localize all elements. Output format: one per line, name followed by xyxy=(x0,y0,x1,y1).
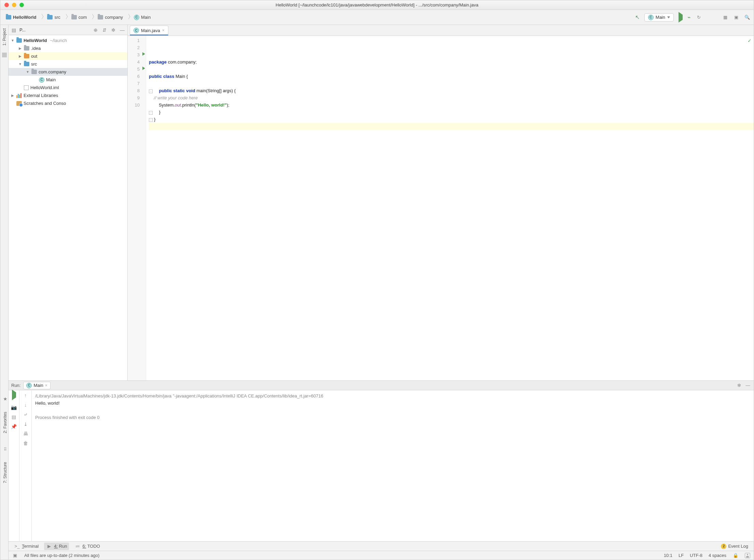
status-encoding[interactable]: UTF-8 xyxy=(690,553,702,558)
settings-icon[interactable]: ✼ xyxy=(110,27,116,33)
line-number[interactable]: 10 xyxy=(128,101,140,109)
clear-icon[interactable]: 🗑 xyxy=(23,440,29,446)
tree-row[interactable]: com.company xyxy=(9,68,127,76)
run-settings-icon[interactable]: ✼ xyxy=(736,382,742,389)
code-line[interactable]: −} xyxy=(149,116,754,123)
status-lock-icon[interactable]: 🔒 xyxy=(732,552,739,559)
left-tool-icon[interactable] xyxy=(2,53,7,57)
line-number[interactable]: 1 xyxy=(128,37,140,44)
breadcrumb-item[interactable]: CMain xyxy=(132,14,153,21)
breadcrumb-item[interactable]: company xyxy=(96,14,125,20)
code-line[interactable]: public class Main { xyxy=(149,73,754,80)
code-line[interactable]: − public static void main(String[] args)… xyxy=(149,87,754,94)
tree-arrow-icon[interactable] xyxy=(18,54,22,58)
tree-arrow-icon[interactable] xyxy=(26,70,30,74)
down-stack-icon[interactable]: ↓ xyxy=(23,402,29,408)
line-number[interactable]: 2 xyxy=(128,44,140,51)
tree-arrow-icon[interactable] xyxy=(18,62,22,66)
close-window-button[interactable] xyxy=(4,3,9,7)
search-everywhere-button[interactable]: 🔍 xyxy=(744,14,750,20)
breadcrumb-item[interactable]: com xyxy=(69,14,89,20)
status-caret-pos[interactable]: 10:1 xyxy=(664,553,672,558)
tree-arrow-icon[interactable] xyxy=(11,39,15,42)
editor-gutter[interactable]: 12345678910 xyxy=(128,36,146,380)
project-structure-button[interactable]: ▦ xyxy=(722,14,728,20)
bottom-tab[interactable]: >_Terminal xyxy=(12,543,41,550)
favorites-tool-button[interactable]: 2: Favorites xyxy=(3,412,8,433)
up-stack-icon[interactable]: ↑ xyxy=(23,392,29,398)
status-line-sep[interactable]: LF xyxy=(679,553,684,558)
code-line[interactable]: System.out.println("Hello, world!"); xyxy=(149,101,754,109)
bottom-tab[interactable]: ▶4: Run xyxy=(44,543,69,550)
coverage-button[interactable]: ↻ xyxy=(696,14,702,20)
tree-arrow-icon[interactable] xyxy=(11,94,15,97)
run-console-output[interactable]: /Library/Java/JavaVirtualMachines/jdk-13… xyxy=(32,390,754,541)
event-log-button[interactable]: 2 Event Log xyxy=(719,543,750,550)
tree-row[interactable]: .idea xyxy=(9,44,127,52)
debug-button[interactable]: ⌁ xyxy=(687,14,691,20)
fold-icon[interactable]: − xyxy=(149,118,153,122)
tree-row[interactable]: HelloWorld~/launch xyxy=(9,37,127,44)
tree-row[interactable]: Scratches and Conso xyxy=(9,99,127,107)
tree-row[interactable]: out xyxy=(9,52,127,60)
run-button[interactable] xyxy=(679,15,683,20)
dump-threads-icon[interactable]: 📷 xyxy=(11,404,17,410)
line-number[interactable]: 3 xyxy=(128,51,140,58)
code-line[interactable] xyxy=(149,80,754,87)
code-line[interactable] xyxy=(149,123,754,130)
breadcrumb-item[interactable]: src xyxy=(45,14,62,20)
fold-icon[interactable]: − xyxy=(149,111,153,115)
status-toggle-icon[interactable]: ▣ xyxy=(12,552,18,559)
line-number[interactable]: 6 xyxy=(128,73,140,80)
build-icon[interactable]: ↖ xyxy=(635,14,640,20)
inspector-profile-icon[interactable] xyxy=(745,553,750,558)
tool-window-button[interactable]: ▣ xyxy=(733,14,739,20)
tree-row[interactable]: CMain xyxy=(9,76,127,84)
tree-row[interactable]: src xyxy=(9,60,127,68)
code-line[interactable]: package com.company; xyxy=(149,58,754,66)
tree-row[interactable]: External Libraries xyxy=(9,92,127,99)
scroll-end-icon[interactable]: ⤓ xyxy=(23,421,29,427)
line-number[interactable]: 8 xyxy=(128,87,140,94)
line-number[interactable]: 5 xyxy=(128,66,140,73)
favorites-star-icon[interactable]: ★ xyxy=(3,396,8,402)
close-tab-icon[interactable]: × xyxy=(162,28,165,33)
hide-run-icon[interactable]: — xyxy=(745,382,751,389)
layout-icon[interactable]: ▤ xyxy=(11,414,17,420)
gutter-run-icon[interactable] xyxy=(142,52,145,56)
breadcrumb-item[interactable]: HelloWorld xyxy=(4,14,38,20)
run-tool-tab[interactable]: C Main × xyxy=(23,382,50,389)
rerun-button[interactable] xyxy=(12,392,16,397)
editor-code[interactable]: ✓ package com.company;public class Main … xyxy=(146,36,754,380)
line-number[interactable]: 9 xyxy=(128,94,140,101)
inspection-ok-icon[interactable]: ✓ xyxy=(748,37,752,44)
pin-icon[interactable]: 📌 xyxy=(11,423,17,430)
code-line[interactable]: − } xyxy=(149,109,754,116)
code-line[interactable] xyxy=(149,66,754,73)
close-run-tab-icon[interactable]: × xyxy=(45,383,47,388)
status-indent[interactable]: 4 spaces xyxy=(709,553,726,558)
project-tool-button[interactable]: 1: Project xyxy=(2,28,7,46)
project-view-icon[interactable]: ▤ xyxy=(11,27,17,33)
project-view-label[interactable]: P... xyxy=(19,27,90,32)
editor-tab[interactable]: C Main.java × xyxy=(130,26,168,36)
soft-wrap-icon[interactable]: ⤶ xyxy=(23,411,29,418)
structure-tool-button[interactable]: 7: Structure xyxy=(3,462,8,483)
minimize-window-button[interactable] xyxy=(12,3,16,7)
code-editor[interactable]: 12345678910 ✓ package com.company;public… xyxy=(128,36,754,380)
tree-row[interactable]: HelloWorld.iml xyxy=(9,84,127,92)
code-line[interactable]: // write your code here xyxy=(149,94,754,101)
structure-icon[interactable]: ⠿ xyxy=(4,447,7,452)
hide-panel-icon[interactable]: — xyxy=(119,27,125,33)
project-tree[interactable]: HelloWorld~/launch.ideaoutsrccom.company… xyxy=(9,35,127,380)
print-icon[interactable]: 🖶 xyxy=(23,431,29,437)
line-number[interactable]: 4 xyxy=(128,58,140,66)
expand-all-icon[interactable]: ⇵ xyxy=(101,27,108,33)
maximize-window-button[interactable] xyxy=(19,3,24,7)
line-number[interactable]: 7 xyxy=(128,80,140,87)
select-opened-file-icon[interactable]: ⊕ xyxy=(93,27,99,33)
gutter-run-icon[interactable] xyxy=(142,67,145,70)
run-config-selector[interactable]: C Main xyxy=(644,13,674,22)
fold-icon[interactable]: − xyxy=(149,89,153,93)
bottom-tab[interactable]: ≔6: TODO xyxy=(72,543,102,550)
